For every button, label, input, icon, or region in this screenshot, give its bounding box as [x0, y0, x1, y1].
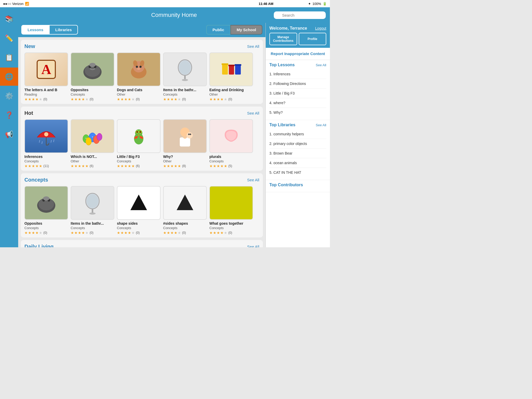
star-4: ★ [35, 97, 39, 101]
rating-count: (0) [90, 231, 94, 235]
manage-contributions-button[interactable]: Manage Contributions [269, 33, 297, 45]
item-shape-sides[interactable]: shape sides Concepts ★ ★ ★ ★ ★ (0) [117, 186, 161, 235]
star-3: ★ [124, 97, 128, 101]
sidebar-item-document[interactable]: 📋 [0, 48, 18, 66]
sidebar-item-globe[interactable]: 🌐 [0, 68, 18, 86]
sidebar-item-pencil[interactable]: ✏️ [0, 29, 18, 47]
search-input[interactable] [274, 11, 326, 19]
top-lesson-3[interactable]: 3. Little / Big F3 [269, 89, 326, 98]
section-new-see-all[interactable]: See All [247, 44, 259, 49]
battery-icon: 🔋 [323, 2, 327, 6]
item-category: Concepts [209, 159, 253, 163]
section-daily-header: Daily Living See All [24, 244, 259, 247]
books-icon: 📚 [5, 15, 13, 23]
top-library-1[interactable]: 1. community helpers [269, 129, 326, 139]
report-link[interactable]: Report Inappropriate Content [271, 51, 325, 56]
top-lesson-5[interactable]: 5. Why? [269, 108, 326, 117]
section-new-items: A The letters A and B Reading ★ ★ ★ [24, 52, 259, 101]
item-concepts-opposites[interactable]: Opposites Concepts ★ ★ ★ ★ ★ (0) [24, 186, 68, 235]
item-sides-shapes[interactable]: #sides shapes Concepts ★ ★ ★ ★ ★ (0) [163, 186, 207, 235]
item-letters-a-b[interactable]: A The letters A and B Reading ★ ★ ★ [24, 52, 68, 101]
megaphone-icon: 📢 [5, 130, 13, 138]
logout-button[interactable]: Logout [315, 26, 326, 30]
battery-text: 100% [312, 2, 321, 6]
tab-bar: Lessons Libraries Public My School [18, 23, 265, 37]
svg-line-26 [39, 140, 40, 143]
item-thumb [117, 119, 161, 153]
item-name: What goes together [209, 221, 253, 225]
top-lesson-1[interactable]: 1. Inferences [269, 69, 326, 79]
profile-button[interactable]: Profile [299, 33, 327, 45]
star-2: ★ [167, 231, 170, 235]
item-eating-drinking[interactable]: Eating and Drinking Other ★ ★ ★ ★ ★ (0) [209, 52, 253, 101]
app-layout: 📚 ✏️ 📋 🌐 ⚙️ ❓ 📢 Community Home 🔍 [0, 7, 330, 247]
sidebar-item-help[interactable]: ❓ [0, 106, 18, 124]
item-thumb-inner [117, 53, 160, 86]
item-plurals[interactable]: plurals Concepts ★ ★ ★ ★ ★ (5) [209, 119, 253, 168]
sidebar-item-settings[interactable]: ⚙️ [0, 87, 18, 105]
item-which-not[interactable]: Which is NOT... Other ★ ★ ★ ★ ★ (6) [71, 119, 114, 168]
item-why[interactable]: Why? Other ★ ★ ★ ★ ★ (8) [163, 119, 207, 168]
svg-rect-19 [222, 63, 228, 65]
top-library-3[interactable]: 3. Brown Bear [269, 149, 326, 158]
section-hot-header: Hot See All [24, 110, 259, 116]
top-library-5[interactable]: 5. CAT IN THE HAT [269, 168, 326, 177]
svg-point-15 [179, 61, 191, 74]
section-hot-see-all[interactable]: See All [247, 111, 259, 115]
item-opposites[interactable]: Opposites Concepts ★ ★ ★ ★ ★ (0) [71, 52, 114, 101]
top-library-4[interactable]: 4. ocean animals [269, 158, 326, 168]
svg-point-17 [182, 79, 188, 81]
item-little-big-f3[interactable]: Little / Big F3 Concepts ★ ★ ★ ★ ★ (6) [117, 119, 161, 168]
main-area: Community Home 🔍 Lessons Libraries Publi… [18, 7, 330, 247]
document-icon: 📋 [5, 54, 13, 62]
item-category: Concepts [24, 226, 68, 230]
sections-scroll: New See All A [18, 37, 265, 247]
section-daily-title: Daily Living [24, 244, 54, 247]
star-5: ★ [178, 231, 181, 235]
item-what-goes-together[interactable]: What goes together Concepts ★ ★ ★ ★ ★ (0… [209, 186, 253, 235]
star-1: ★ [163, 97, 167, 101]
filter-myschool[interactable]: My School [230, 25, 262, 35]
tab-libraries[interactable]: Libraries [49, 25, 78, 35]
rating-count: (0) [136, 231, 140, 235]
item-name: shape sides [117, 221, 161, 225]
rating-count: (8) [182, 164, 186, 168]
svg-rect-46 [180, 137, 190, 147]
item-thumb-inner [25, 187, 68, 219]
item-thumb-inner [71, 187, 114, 219]
tab-lessons[interactable]: Lessons [21, 25, 49, 35]
item-name: Which is NOT... [71, 155, 114, 159]
item-bathr[interactable]: Items in the bathr... Concepts ★ ★ ★ ★ ★… [163, 52, 207, 101]
star-3: ★ [32, 231, 35, 235]
item-concepts-bathr[interactable]: Items in the bathr... Concepts ★ ★ ★ ★ ★… [71, 186, 114, 235]
svg-marker-59 [130, 195, 147, 210]
top-libraries-see-all[interactable]: See All [316, 123, 326, 127]
top-library-2[interactable]: 2. primary color objects [269, 139, 326, 149]
top-lesson-4[interactable]: 4. where? [269, 98, 326, 108]
action-buttons: Manage Contributions Profile [269, 33, 326, 45]
svg-rect-20 [229, 65, 234, 75]
section-concepts-see-all[interactable]: See All [247, 178, 259, 182]
star-5: ★ [131, 231, 135, 235]
rating-count: (0) [182, 97, 186, 101]
section-concepts-header: Concepts See All [24, 177, 259, 183]
item-name: Opposites [71, 88, 114, 92]
section-daily-see-all[interactable]: See All [247, 244, 259, 247]
sidebar-item-megaphone[interactable]: 📢 [0, 125, 18, 143]
item-stars: ★ ★ ★ ★ ★ (0) [24, 231, 68, 235]
star-3: ★ [32, 164, 35, 168]
top-lesson-2[interactable]: 2. Following Directions [269, 79, 326, 89]
sidebar-item-books[interactable]: 📚 [0, 10, 18, 28]
item-inferences[interactable]: Inferences Concepts ★ ★ ★ ★ ★ (11) [24, 119, 68, 168]
rating-count: (0) [43, 97, 47, 101]
item-thumb-inner [117, 187, 160, 219]
filter-public[interactable]: Public [206, 25, 230, 35]
star-3: ★ [170, 231, 174, 235]
top-lessons-see-all[interactable]: See All [316, 63, 326, 67]
star-5: ★ [39, 164, 42, 168]
item-thumb-inner [25, 120, 68, 152]
svg-rect-18 [222, 64, 228, 75]
item-dogs-cats[interactable]: Dogs and Cats Other ★ ★ ★ ★ ★ (0) [117, 52, 161, 101]
item-stars: ★ ★ ★ ★ ★ (6) [71, 164, 114, 168]
page-title: Community Home [151, 12, 197, 18]
